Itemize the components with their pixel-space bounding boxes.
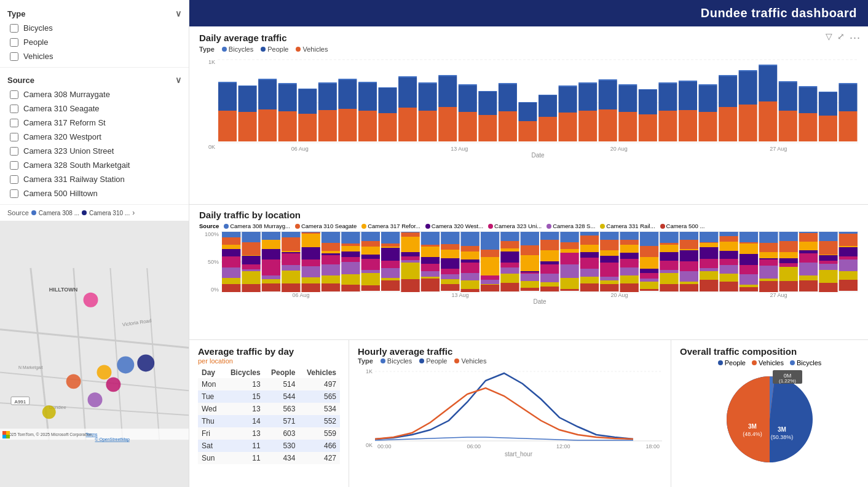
- table-row: Thu14571552: [198, 415, 340, 427]
- loc-x-06aug: 06 Aug: [292, 292, 309, 298]
- svg-rect-115: [799, 87, 817, 113]
- more-icon[interactable]: ···: [850, 31, 861, 44]
- svg-rect-259: [540, 274, 559, 282]
- source-317-item[interactable]: Camera 317 Reform St: [7, 116, 181, 130]
- svg-rect-191: [381, 244, 400, 247]
- filter-icon[interactable]: ▽: [826, 31, 832, 44]
- avg-by-day-sublabel: per location: [198, 357, 340, 365]
- pie-bicycles-pct: (1.22%): [779, 378, 796, 384]
- dashboard-title: Dundee traffic dashboard: [701, 6, 857, 20]
- type-filter-header[interactable]: Type ∨: [7, 6, 181, 21]
- svg-rect-158: [302, 232, 320, 232]
- source-308-label: Camera 308 Murraygate: [23, 90, 110, 99]
- svg-rect-88: [618, 85, 637, 112]
- svg-rect-365: [799, 280, 818, 291]
- chart-actions-daily-avg: ▽ ⤢ ···: [826, 31, 861, 44]
- svg-rect-373: [819, 283, 837, 292]
- svg-rect-307: [660, 270, 678, 273]
- type-vehicles-checkbox[interactable]: [10, 52, 18, 61]
- svg-rect-37: [278, 84, 297, 111]
- svg-rect-252: [521, 281, 539, 288]
- svg-rect-163: [302, 266, 320, 277]
- svg-rect-55: [398, 77, 417, 108]
- svg-rect-351: [779, 241, 798, 252]
- svg-rect-250: [521, 272, 539, 274]
- legend-310-label: Camera 310 ...: [89, 210, 130, 216]
- type-filter-section: Type ∨ Bicycles People Vehicles: [0, 0, 189, 68]
- type-bicycles-item[interactable]: Bicycles: [7, 21, 181, 35]
- source-500-checkbox[interactable]: [10, 189, 18, 198]
- type-people-checkbox[interactable]: [10, 38, 18, 47]
- source-317-checkbox[interactable]: [10, 119, 18, 127]
- svg-rect-160: [302, 234, 320, 247]
- svg-rect-188: [361, 273, 380, 285]
- svg-rect-356: [779, 267, 798, 281]
- svg-rect-71: [499, 83, 517, 84]
- svg-rect-63: [459, 112, 477, 141]
- svg-rect-48: [358, 111, 377, 141]
- source-323-checkbox[interactable]: [10, 147, 18, 156]
- expand-icon[interactable]: ⤢: [837, 31, 845, 44]
- type-vehicles-item[interactable]: Vehicles: [7, 49, 181, 63]
- cell-bicycles: 14: [223, 415, 264, 427]
- svg-text:A991: A991: [15, 399, 26, 405]
- svg-rect-99: [699, 112, 717, 141]
- svg-rect-207: [421, 245, 440, 247]
- source-328-item[interactable]: Camera 328 South Marketgait: [7, 158, 181, 172]
- legend-more-icon[interactable]: ›: [132, 208, 135, 217]
- svg-rect-304: [660, 245, 678, 252]
- svg-rect-181: [341, 285, 360, 291]
- source-filter-header[interactable]: Source ∨: [7, 73, 181, 87]
- source-310-item[interactable]: Camera 310 Seagate: [7, 101, 181, 116]
- svg-rect-183: [361, 241, 380, 247]
- source-320-item[interactable]: Camera 320 Westport: [7, 130, 181, 144]
- source-331-checkbox[interactable]: [10, 175, 18, 184]
- svg-rect-347: [759, 266, 778, 279]
- map-dot-500: [84, 293, 98, 307]
- source-323-item[interactable]: Camera 323 Union Street: [7, 144, 181, 158]
- svg-rect-320: [700, 243, 718, 247]
- source-500-item[interactable]: Camera 500 Hilltown: [7, 186, 181, 200]
- svg-rect-327: [719, 236, 738, 242]
- y-tick-1k: 1K: [208, 59, 215, 65]
- svg-rect-213: [421, 279, 440, 291]
- svg-rect-317: [680, 284, 698, 291]
- svg-rect-208: [421, 247, 440, 257]
- svg-rect-364: [799, 275, 818, 280]
- source-328-checkbox[interactable]: [10, 161, 18, 170]
- source-310-checkbox[interactable]: [10, 105, 18, 113]
- daily-avg-chart: Daily average traffic ▽ ⤢ ··· Type Bicyc…: [189, 26, 868, 205]
- svg-rect-239: [500, 241, 519, 248]
- line-chart-svg: [375, 368, 662, 442]
- loc-x-20aug: 20 Aug: [610, 292, 628, 298]
- svg-rect-225: [461, 259, 479, 263]
- left-panel: Type ∨ Bicycles People Vehicles Source ∨…: [0, 0, 189, 487]
- source-308-checkbox[interactable]: [10, 90, 18, 99]
- type-bicycles-checkbox[interactable]: [10, 24, 18, 33]
- svg-rect-275: [580, 269, 599, 277]
- map-dot-331: [42, 405, 56, 419]
- source-320-checkbox[interactable]: [10, 133, 18, 141]
- svg-rect-65: [459, 84, 477, 85]
- svg-rect-358: [799, 232, 818, 233]
- svg-rect-141: [242, 284, 260, 292]
- svg-rect-176: [341, 246, 360, 251]
- svg-rect-140: [242, 271, 260, 284]
- svg-rect-64: [459, 85, 477, 112]
- svg-rect-337: [740, 254, 758, 265]
- svg-rect-157: [282, 283, 300, 292]
- source-308-item[interactable]: Camera 308 Murraygate: [7, 87, 181, 101]
- source-331-item[interactable]: Camera 331 Railway Station: [7, 172, 181, 186]
- type-people-item[interactable]: People: [7, 35, 181, 49]
- svg-rect-34: [258, 80, 277, 109]
- source-filter-section: Source ∨ Camera 308 Murraygate Camera 31…: [0, 68, 189, 205]
- svg-rect-186: [361, 259, 380, 270]
- svg-rect-103: [719, 76, 737, 107]
- svg-rect-58: [419, 84, 437, 111]
- svg-rect-255: [540, 240, 559, 250]
- svg-rect-85: [599, 81, 617, 109]
- svg-rect-344: [759, 252, 778, 258]
- svg-rect-379: [839, 259, 858, 271]
- svg-rect-27: [218, 111, 237, 141]
- svg-rect-130: [222, 256, 240, 267]
